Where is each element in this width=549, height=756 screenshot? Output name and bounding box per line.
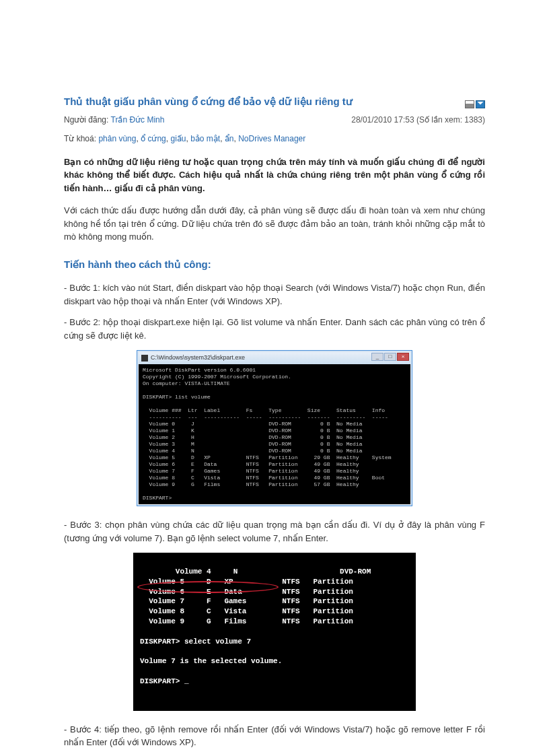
- author-link[interactable]: Trần Đức Minh: [111, 115, 165, 125]
- step-1: - Bước 1: kích vào nút Start, điền diskp…: [64, 281, 485, 308]
- step-2: - Bước 2: hộp thoại diskpart.exe hiện lạ…: [64, 316, 485, 342]
- terminal-output-1: Microsoft DiskPart version 6.0.6001 Copy…: [139, 364, 410, 504]
- step-3: - Bước 3: chọn phân vùng chứa các dữ liệ…: [64, 518, 485, 545]
- tag-link[interactable]: bảo mật: [190, 134, 220, 143]
- close-button[interactable]: ×: [397, 353, 409, 361]
- window-buttons: _ □ ×: [371, 353, 409, 361]
- tag-link[interactable]: phân vùng: [98, 134, 136, 143]
- meta-row: Người đăng: Trần Đức Minh 28/01/2010 17:…: [64, 114, 485, 126]
- tag-link[interactable]: giấu: [170, 134, 186, 143]
- step-4: - Bước 4: tiếp theo, gõ lệnh remove rồi …: [64, 723, 485, 749]
- minimize-button[interactable]: _: [371, 353, 383, 361]
- section-heading: Tiến hành theo cách thủ công:: [64, 257, 485, 273]
- email-icon[interactable]: [476, 100, 485, 108]
- terminal-title: C:\Windows\system32\diskpart.exe: [151, 353, 245, 363]
- terminal-screenshot-1: C:\Windows\system32\diskpart.exe _ □ × M…: [137, 350, 412, 506]
- page-title: Thủ thuật giấu phân vùng ổ cứng để bảo v…: [64, 94, 485, 110]
- terminal-titlebar: C:\Windows\system32\diskpart.exe _ □ ×: [139, 352, 410, 364]
- tags-row: Từ khoá: phân vùng, ổ cứng, giấu, bảo mậ…: [64, 133, 485, 145]
- paragraph-1: Với cách thức dấu được hướng dẫn dưới đâ…: [64, 204, 485, 244]
- cmd-icon: [141, 355, 148, 362]
- intro-paragraph: Bạn có những dữ liệu riêng tư hoặc quan …: [64, 156, 485, 195]
- action-icons: [465, 100, 485, 108]
- tags-label: Từ khoá:: [64, 134, 96, 143]
- author-label: Người đăng:: [64, 115, 108, 125]
- author-block: Người đăng: Trần Đức Minh: [64, 114, 164, 126]
- print-icon[interactable]: [465, 100, 474, 108]
- maximize-button[interactable]: □: [384, 353, 396, 361]
- tag-link[interactable]: ẩn: [225, 134, 234, 143]
- terminal-output-2: Volume 4 N DVD-ROM Volume 5 D XP NTFS Pa…: [133, 553, 416, 711]
- terminal-screenshot-2: Volume 4 N DVD-ROM Volume 5 D XP NTFS Pa…: [133, 553, 416, 711]
- date-views: 28/01/2010 17:53 (Số lần xem: 1383): [351, 114, 485, 126]
- tag-link[interactable]: NoDrives Manager: [238, 134, 305, 143]
- tag-link[interactable]: ổ cứng: [141, 134, 166, 143]
